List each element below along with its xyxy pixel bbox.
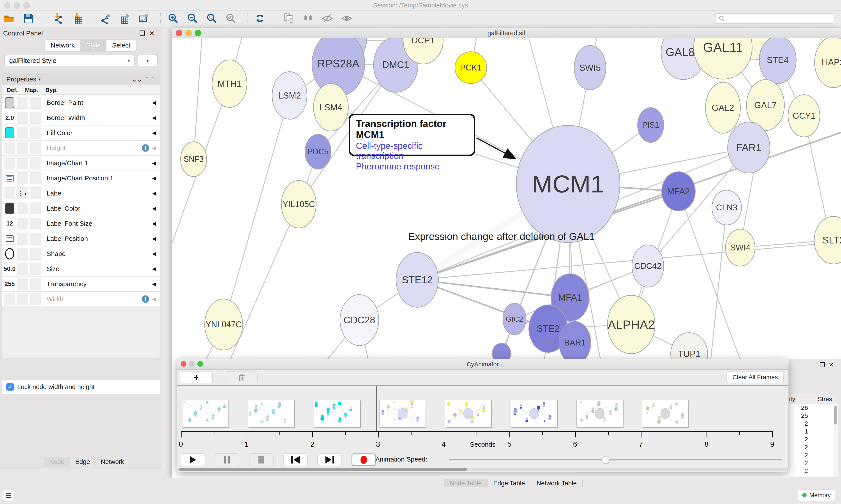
- node-pis1[interactable]: PIS1: [637, 107, 664, 143]
- expand-property-icon[interactable]: ◀: [152, 236, 156, 242]
- table-row[interactable]: 2: [789, 444, 838, 452]
- previous-frame-button[interactable]: [283, 453, 308, 466]
- node-ste12[interactable]: STE12: [396, 252, 439, 308]
- table-row[interactable]: 26: [789, 404, 838, 412]
- network-window-titlebar[interactable]: galFiltered.sif: [172, 28, 841, 38]
- first-neighbors-button[interactable]: [302, 13, 315, 25]
- frame-thumbnail-4[interactable]: [379, 400, 426, 427]
- copy-view-button[interactable]: [283, 13, 295, 25]
- memory-button[interactable]: Memory: [798, 489, 835, 501]
- property-row-width[interactable]: Widthi◀: [2, 292, 160, 307]
- property-row-label-font-size[interactable]: 12Label Font Size◀: [2, 216, 160, 231]
- node-lsm2[interactable]: LSM2: [272, 71, 307, 120]
- node-yil105c[interactable]: YIL105C: [281, 180, 317, 228]
- table-row[interactable]: 25: [789, 412, 838, 420]
- node-gal2[interactable]: GAL2: [705, 82, 741, 133]
- node-mfa2[interactable]: MFA2: [661, 172, 696, 211]
- mapping-cell[interactable]: [17, 172, 28, 184]
- property-row-label-position[interactable]: Label Position◀: [2, 231, 160, 246]
- panel-tab-edge[interactable]: Edge: [70, 457, 95, 467]
- frame-timeline[interactable]: Seconds 0123456789: [177, 385, 788, 452]
- mapping-cell[interactable]: [17, 218, 28, 230]
- timeline-scrollbar[interactable]: [177, 468, 788, 471]
- zoom-selected-button[interactable]: [225, 13, 237, 25]
- expand-property-icon[interactable]: ◀: [152, 115, 156, 121]
- table-row[interactable]: 2: [789, 467, 838, 475]
- expand-property-icon[interactable]: ◀: [152, 296, 156, 302]
- tab-select[interactable]: Select: [106, 40, 136, 51]
- expand-property-icon[interactable]: ◀: [152, 220, 156, 227]
- dock-tab-edge-table[interactable]: Edge Table: [487, 479, 531, 488]
- node-cln3[interactable]: CLN3: [712, 190, 742, 225]
- mapping-cell[interactable]: [17, 112, 28, 124]
- frame-thumbnail-7[interactable]: [576, 400, 623, 427]
- bypass-cell[interactable]: [30, 248, 40, 260]
- save-button[interactable]: [22, 13, 35, 25]
- default-value-cell[interactable]: [4, 127, 15, 139]
- expand-property-icon[interactable]: ◀: [152, 160, 156, 166]
- bypass-cell[interactable]: [30, 157, 40, 169]
- mapping-cell[interactable]: [17, 278, 28, 290]
- node-bar1[interactable]: BAR1: [559, 321, 591, 364]
- property-row-image-chart-position-1[interactable]: Image/Chart Position 1◀: [2, 171, 160, 186]
- bypass-cell[interactable]: [30, 202, 40, 214]
- export-network-button[interactable]: [100, 13, 112, 25]
- frame-thumbnail-5[interactable]: [445, 400, 491, 427]
- float-panel-icon[interactable]: ❐: [139, 30, 149, 37]
- property-row-label[interactable]: ⋮›Label◀: [2, 186, 160, 201]
- node-swi5[interactable]: SWI5: [574, 45, 606, 90]
- bypass-cell[interactable]: [30, 142, 40, 154]
- default-value-cell[interactable]: [4, 248, 15, 260]
- bypass-cell[interactable]: [30, 172, 40, 184]
- mapping-cell[interactable]: [17, 97, 28, 109]
- default-value-cell[interactable]: [4, 233, 15, 245]
- property-row-fill-color[interactable]: Fill Color◀: [2, 125, 160, 141]
- clear-all-frames-button[interactable]: Clear All Frames: [727, 371, 784, 383]
- animation-speed-slider[interactable]: [449, 459, 782, 461]
- node-gic2[interactable]: GIC2: [503, 303, 526, 335]
- node-snf3[interactable]: SNF3: [180, 141, 207, 177]
- default-value-cell[interactable]: 2.0: [4, 112, 15, 124]
- frame-thumbnail-3[interactable]: [314, 400, 360, 427]
- default-value-cell[interactable]: 12: [4, 218, 15, 230]
- slider-thumb[interactable]: [602, 456, 609, 464]
- property-row-border-paint[interactable]: Border Paint◀: [2, 95, 160, 110]
- dock-tab-network-table[interactable]: Network Table: [531, 479, 583, 488]
- import-table-button[interactable]: [71, 13, 83, 25]
- default-value-cell[interactable]: [4, 293, 15, 305]
- annotation-link[interactable]: Pheromone response: [356, 162, 468, 172]
- table-row[interactable]: 2: [789, 452, 838, 460]
- info-icon[interactable]: i: [142, 144, 149, 152]
- zoom-out-button[interactable]: [186, 13, 199, 25]
- tab-style[interactable]: Style: [80, 40, 106, 51]
- stop-button[interactable]: [249, 453, 273, 466]
- bypass-cell[interactable]: [30, 97, 40, 109]
- bypass-cell[interactable]: [30, 293, 40, 305]
- network-edge[interactable]: [194, 38, 202, 159]
- bypass-cell[interactable]: [30, 263, 40, 275]
- expand-all-icon[interactable]: ⌄⌄: [131, 76, 142, 83]
- export-table-button[interactable]: [119, 13, 131, 25]
- mapping-cell[interactable]: ⋮›: [17, 187, 28, 199]
- bypass-cell[interactable]: [30, 112, 40, 124]
- expand-property-icon[interactable]: ◀: [152, 190, 156, 196]
- import-network-button[interactable]: [51, 13, 64, 25]
- bypass-cell[interactable]: [30, 187, 40, 199]
- table-scrollbar[interactable]: [834, 405, 837, 476]
- panel-tab-node[interactable]: Node: [44, 457, 70, 467]
- tab-network[interactable]: Network: [45, 40, 80, 51]
- default-value-cell[interactable]: 255: [4, 278, 15, 290]
- mapping-cell[interactable]: [17, 157, 28, 169]
- property-row-size[interactable]: 50.0Size◀: [2, 262, 160, 276]
- network-edge[interactable]: [417, 242, 841, 280]
- node-pck1[interactable]: PCK1: [455, 51, 487, 84]
- property-row-height[interactable]: Heighti◀: [2, 141, 160, 156]
- expand-property-icon[interactable]: ◀: [152, 205, 156, 212]
- style-selector[interactable]: galFiltered Style▾: [4, 55, 135, 66]
- table-row[interactable]: 2: [789, 420, 838, 428]
- node-mth1[interactable]: MTH1: [212, 59, 247, 108]
- node-ynl047c[interactable]: YNL047C: [204, 299, 243, 350]
- collapse-all-icon[interactable]: ⌃⌃: [144, 76, 155, 83]
- frame-thumbnail-2[interactable]: [248, 400, 294, 427]
- node-cdc28[interactable]: CDC28: [340, 294, 379, 346]
